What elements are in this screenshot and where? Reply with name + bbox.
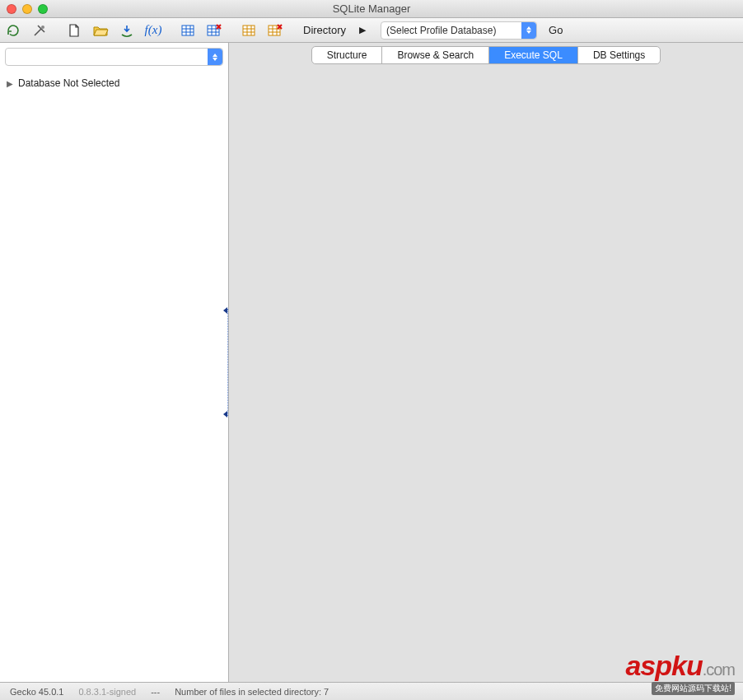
- close-window-button[interactable]: [7, 4, 16, 14]
- main-area: ▶ Database Not Selected Structure Browse…: [0, 43, 743, 682]
- import-icon: [119, 23, 134, 38]
- refresh-icon: [6, 23, 21, 38]
- status-engine: Gecko 45.0.1: [10, 687, 63, 697]
- play-icon[interactable]: ▶: [359, 25, 366, 35]
- profile-database-select[interactable]: (Select Profile Database): [381, 21, 537, 40]
- go-button[interactable]: Go: [549, 24, 563, 36]
- directory-section: Directory ▶ (Select Profile Database) Go: [303, 21, 563, 40]
- import-button[interactable]: [115, 20, 138, 41]
- open-folder-icon: [92, 23, 109, 38]
- window-title: SQLite Manager: [0, 2, 743, 15]
- new-database-button[interactable]: [63, 20, 86, 41]
- disclosure-triangle-icon[interactable]: ▶: [7, 79, 13, 88]
- status-separator: ---: [151, 687, 160, 697]
- new-file-icon: [67, 23, 82, 38]
- directory-label: Directory: [303, 24, 346, 36]
- function-button[interactable]: f(x): [142, 20, 165, 41]
- tab-db-settings[interactable]: DB Settings: [578, 47, 660, 63]
- statusbar: Gecko 45.0.1 0.8.3.1-signed --- Number o…: [0, 682, 743, 700]
- tree-root-row[interactable]: ▶ Database Not Selected: [7, 76, 222, 91]
- tab-browse-search[interactable]: Browse & Search: [382, 47, 489, 63]
- minimize-window-button[interactable]: [22, 4, 32, 14]
- table-icon: [180, 23, 195, 38]
- toolbar: f(x) Directory ▶ (Select Profile D: [0, 18, 743, 43]
- database-tree[interactable]: ▶ Database Not Selected: [0, 71, 228, 682]
- tab-structure[interactable]: Structure: [312, 47, 383, 63]
- chevron-updown-icon: [521, 22, 536, 39]
- sidebar: ▶ Database Not Selected: [0, 43, 229, 682]
- table2-icon: [241, 23, 256, 38]
- tab-execute-sql[interactable]: Execute SQL: [489, 47, 578, 63]
- tree-root-label: Database Not Selected: [18, 77, 119, 89]
- tab-bar: Structure Browse & Search Execute SQL DB…: [311, 46, 661, 64]
- zoom-window-button[interactable]: [38, 4, 48, 14]
- svg-point-0: [41, 26, 44, 29]
- settings-button[interactable]: [28, 20, 51, 41]
- status-version: 0.8.3.1-signed: [78, 687, 136, 697]
- open-database-button[interactable]: [89, 20, 112, 41]
- status-files-message: Number of files in selected directory: 7: [175, 687, 329, 697]
- traffic-lights: [0, 4, 48, 14]
- function-icon: f(x): [145, 23, 162, 37]
- drop-index-button[interactable]: [264, 20, 287, 41]
- svg-rect-1: [182, 26, 194, 35]
- table-delete-icon: [206, 23, 222, 38]
- database-search-select[interactable]: [5, 48, 223, 66]
- profile-select-value: (Select Profile Database): [386, 25, 496, 36]
- window-titlebar: SQLite Manager: [0, 0, 743, 18]
- refresh-button[interactable]: [2, 20, 25, 41]
- content-area: Structure Browse & Search Execute SQL DB…: [229, 43, 743, 682]
- index-button[interactable]: [237, 20, 260, 41]
- drop-table-button[interactable]: [203, 20, 226, 41]
- table-button[interactable]: [176, 20, 199, 41]
- svg-rect-3: [243, 26, 255, 35]
- chevron-updown-icon: [208, 49, 222, 65]
- table2-delete-icon: [267, 23, 283, 38]
- tools-icon: [32, 23, 47, 38]
